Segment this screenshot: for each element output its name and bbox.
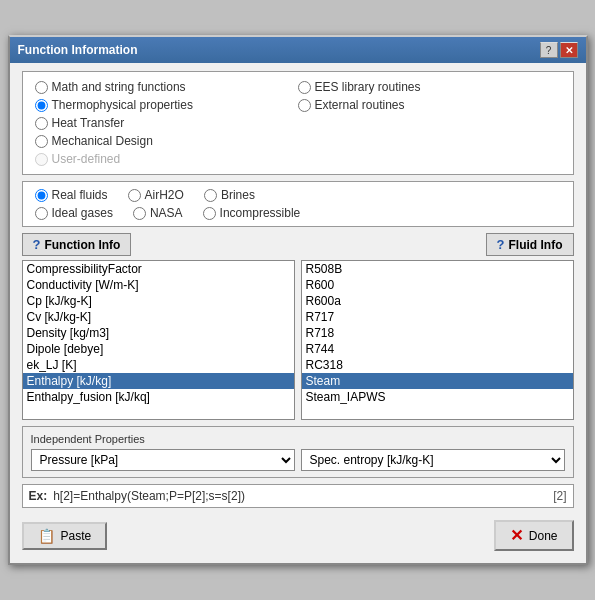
list-item[interactable]: R717	[302, 309, 573, 325]
radio-external-routines-input[interactable]	[298, 99, 311, 112]
list-item-selected[interactable]: Enthalpy [kJ/kg]	[23, 373, 294, 389]
help-button[interactable]: ?	[540, 42, 558, 58]
list-item[interactable]: CompressibilityFactor	[23, 261, 294, 277]
radio-real-fluids[interactable]: Real fluids	[35, 188, 108, 202]
function-info-label: Function Info	[44, 238, 120, 252]
radio-heat-transfer[interactable]: Heat Transfer	[35, 116, 298, 130]
radio-ees-library-input[interactable]	[298, 81, 311, 94]
radio-mechanical-input[interactable]	[35, 135, 48, 148]
paste-button[interactable]: 📋 Paste	[22, 522, 108, 550]
radio-external-routines-label: External routines	[315, 98, 405, 112]
list-item[interactable]: R718	[302, 325, 573, 341]
radio-incompressible[interactable]: Incompressible	[203, 206, 301, 220]
title-bar: Function Information ? ✕	[10, 37, 586, 63]
list-item[interactable]: R508B	[302, 261, 573, 277]
radio-airh2o-input[interactable]	[128, 189, 141, 202]
radio-heat-transfer-label: Heat Transfer	[52, 116, 125, 130]
radio-math-string[interactable]: Math and string functions	[35, 80, 298, 94]
list-item[interactable]: Dipole [debye]	[23, 341, 294, 357]
radio-external-routines[interactable]: External routines	[298, 98, 561, 112]
radio-nasa[interactable]: NASA	[133, 206, 183, 220]
radio-user-defined[interactable]: User-defined	[35, 152, 298, 166]
indep-properties-label: Independent Properties	[31, 433, 565, 445]
paste-label: Paste	[61, 529, 92, 543]
radio-incompressible-label: Incompressible	[220, 206, 301, 220]
radio-thermophysical-label: Thermophysical properties	[52, 98, 193, 112]
radio-nasa-input[interactable]	[133, 207, 146, 220]
list-item[interactable]: Conductivity [W/m-K]	[23, 277, 294, 293]
radio-incompressible-input[interactable]	[203, 207, 216, 220]
entropy-dropdown[interactable]: Spec. entropy [kJ/kg-K] Temperature [K] …	[301, 449, 565, 471]
radio-real-fluids-label: Real fluids	[52, 188, 108, 202]
radio-ideal-gases-label: Ideal gases	[52, 206, 113, 220]
radio-ees-library[interactable]: EES library routines	[298, 80, 561, 94]
fluid-listbox[interactable]: R508B R600 R600a R717 R718 R744 RC318 St…	[301, 260, 574, 420]
list-item[interactable]: RC318	[302, 357, 573, 373]
done-button[interactable]: ✕ Done	[494, 520, 574, 551]
radio-ideal-gases-input[interactable]	[35, 207, 48, 220]
ex-bracket: [2]	[553, 489, 566, 503]
close-button[interactable]: ✕	[560, 42, 578, 58]
radio-heat-transfer-input[interactable]	[35, 117, 48, 130]
radio-real-fluids-input[interactable]	[35, 189, 48, 202]
fluid-info-button[interactable]: ? Fluid Info	[486, 233, 574, 256]
radio-airh2o[interactable]: AirH2O	[128, 188, 184, 202]
list-item[interactable]: Cp [kJ/kg-K]	[23, 293, 294, 309]
radio-ideal-gases[interactable]: Ideal gases	[35, 206, 113, 220]
list-item[interactable]: ek_LJ [K]	[23, 357, 294, 373]
done-x-icon: ✕	[510, 526, 523, 545]
radio-nasa-label: NASA	[150, 206, 183, 220]
sub-radio-section: Real fluids AirH2O Brines Ideal gases	[22, 181, 574, 227]
ex-label: Ex:	[29, 489, 48, 503]
ex-row: Ex: h[2]=Enthalpy(Steam;P=P[2];s=s[2]) […	[22, 484, 574, 508]
info-buttons-row: ? Function Info ? Fluid Info	[22, 233, 574, 256]
radio-brines-input[interactable]	[204, 189, 217, 202]
list-item[interactable]: Enthalpy_fusion [kJ/kq]	[23, 389, 294, 405]
paste-icon: 📋	[38, 528, 55, 544]
fluid-info-label: Fluid Info	[509, 238, 563, 252]
radio-col-right: EES library routines External routines	[298, 80, 561, 166]
radio-col-left: Math and string functions Thermophysical…	[35, 80, 298, 166]
bottom-buttons: 📋 Paste ✕ Done	[22, 516, 574, 555]
list-item[interactable]: Steam_IAPWS	[302, 389, 573, 405]
list-item[interactable]: Cv [kJ/kg-K]	[23, 309, 294, 325]
indep-dropdowns: Pressure [kPa] Temperature [K] Specific …	[31, 449, 565, 471]
top-radio-section: Math and string functions Thermophysical…	[22, 71, 574, 175]
radio-math-string-label: Math and string functions	[52, 80, 186, 94]
function-info-icon: ?	[33, 237, 41, 252]
sub-radio-row1: Real fluids AirH2O Brines	[35, 188, 561, 202]
done-label: Done	[529, 529, 558, 543]
ex-value: h[2]=Enthalpy(Steam;P=P[2];s=s[2])	[53, 489, 547, 503]
list-item[interactable]: R600a	[302, 293, 573, 309]
radio-ees-library-label: EES library routines	[315, 80, 421, 94]
list-item[interactable]: R600	[302, 277, 573, 293]
listbox-row: CompressibilityFactor Conductivity [W/m-…	[22, 260, 574, 420]
radio-brines[interactable]: Brines	[204, 188, 255, 202]
radio-brines-label: Brines	[221, 188, 255, 202]
function-info-button[interactable]: ? Function Info	[22, 233, 132, 256]
radio-math-string-input[interactable]	[35, 81, 48, 94]
window-title: Function Information	[18, 43, 138, 57]
list-item[interactable]: R744	[302, 341, 573, 357]
sub-radio-row2: Ideal gases NASA Incompressible	[35, 206, 561, 220]
radio-airh2o-label: AirH2O	[145, 188, 184, 202]
pressure-dropdown[interactable]: Pressure [kPa] Temperature [K] Specific …	[31, 449, 295, 471]
fluid-info-icon: ?	[497, 237, 505, 252]
radio-thermophysical-input[interactable]	[35, 99, 48, 112]
radio-thermophysical[interactable]: Thermophysical properties	[35, 98, 298, 112]
main-window: Function Information ? ✕ Math and string…	[8, 35, 588, 565]
radio-mechanical[interactable]: Mechanical Design	[35, 134, 298, 148]
title-bar-buttons: ? ✕	[540, 42, 578, 58]
window-content: Math and string functions Thermophysical…	[10, 63, 586, 563]
radio-user-defined-input	[35, 153, 48, 166]
independent-properties-section: Independent Properties Pressure [kPa] Te…	[22, 426, 574, 478]
radio-user-defined-label: User-defined	[52, 152, 121, 166]
function-listbox[interactable]: CompressibilityFactor Conductivity [W/m-…	[22, 260, 295, 420]
radio-mechanical-label: Mechanical Design	[52, 134, 153, 148]
list-item-selected[interactable]: Steam	[302, 373, 573, 389]
list-item[interactable]: Density [kg/m3]	[23, 325, 294, 341]
